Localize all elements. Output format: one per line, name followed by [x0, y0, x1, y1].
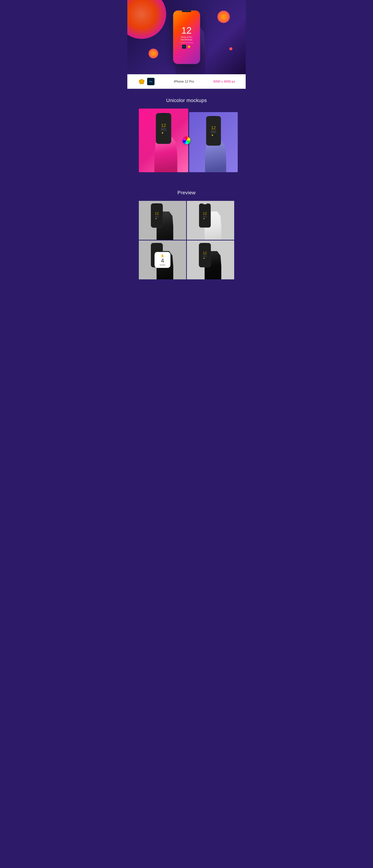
mockup-purple-subtitle: For Sketch & Photoshop [210, 133, 217, 133]
mockup-purple-sketch-icon [211, 134, 213, 136]
mockup-pink-phone: 12 iPhone 12 Pro Hand Mockups For Sketch… [156, 113, 171, 144]
mockup-pink-number: 12 [161, 123, 166, 128]
mockup-pink-icons: Ps [162, 132, 166, 134]
preview-section: Preview 12 iPhone 12 ProHand Mockups Ps [127, 181, 246, 288]
hero-section: 12 iPhone 12 Pro Hand Mockups For Sketch… [127, 0, 246, 74]
preview-cell4-number: 12 [203, 251, 207, 255]
preview-cell1-number: 12 [155, 212, 159, 215]
preview-phone-4-screen: 12 iPhone 12 ProHand Mockups Ps [199, 243, 211, 267]
preview-cell4-icons: Ps [203, 258, 206, 259]
hero-phone-subtitle: For Sketch & Photoshop [180, 42, 193, 43]
mockup-purple-title: iPhone 12 Pro Hand Mockups [211, 130, 216, 133]
specs-icons: Ps [138, 78, 155, 85]
preview-cell-2: 12 iPhone 12 ProHand Mockups Ps [187, 201, 234, 240]
specs-dimensions: 6000 x 4000 px [213, 80, 235, 84]
mockup-purple-screen: 12 iPhone 12 Pro Hand Mockups For Sketch… [206, 116, 221, 146]
preview-phone-2-screen: 12 iPhone 12 ProHand Mockups Ps [199, 204, 211, 227]
preview-phone-2: 12 iPhone 12 ProHand Mockups Ps [199, 203, 211, 228]
preview-title: Preview [127, 181, 246, 201]
preview-cell1-icons: Ps [155, 218, 159, 219]
preview-cell2-number: 12 [203, 212, 207, 215]
unicolor-section: Unicolor mockups 12 iPhone 12 Pro Hand M… [127, 89, 246, 181]
mockup-pink-sketch-icon [162, 132, 163, 134]
mockup-purple: 12 iPhone 12 Pro Hand Mockups For Sketch… [189, 112, 238, 172]
mini-notch-purple [211, 116, 216, 117]
mockup-pink-subtitle: For Sketch & Photoshop [160, 130, 167, 131]
preview-phone-4: 12 iPhone 12 ProHand Mockups Ps [199, 243, 211, 267]
phone-notch [182, 10, 191, 12]
unicolor-grid: 12 iPhone 12 Pro Hand Mockups For Sketch… [127, 108, 246, 172]
preview-cell4-text: iPhone 12 ProHand Mockups [203, 255, 207, 257]
preview-cell2-icons: Ps [203, 218, 206, 219]
mockup-purple-phone: 12 iPhone 12 Pro Hand Mockups For Sketch… [206, 116, 221, 146]
hero-sketch-icon [187, 45, 191, 49]
hero-phone-screen: 12 iPhone 12 Pro Hand Mockups For Sketch… [173, 10, 200, 64]
specs-product-name: iPhone 12 Pro [160, 80, 208, 84]
preview-cell2-text: iPhone 12 ProHand Mockups [203, 216, 207, 217]
hero-phone: 12 iPhone 12 Pro Hand Mockups For Sketch… [173, 10, 200, 64]
preview-cell-4: 12 iPhone 12 ProHand Mockups Ps [187, 241, 234, 279]
mini-notch [161, 113, 166, 114]
hands-badge: ✋ 4 Hands [155, 252, 170, 268]
svg-marker-5 [211, 134, 213, 136]
mockup-purple-ps-icon: Ps [214, 134, 215, 136]
svg-marker-7 [203, 218, 205, 219]
specs-bar: Ps iPhone 12 Pro 6000 x 4000 px [127, 74, 246, 89]
mockup-pink-screen: 12 iPhone 12 Pro Hand Mockups For Sketch… [156, 113, 171, 144]
preview-cell-1: 12 iPhone 12 ProHand Mockups Ps [139, 201, 186, 240]
hero-phone-number: 12 [181, 26, 192, 35]
hands-count: 4 [161, 258, 164, 264]
svg-marker-4 [162, 132, 163, 133]
hero-phone-icons-row: Ps [182, 45, 191, 49]
specs-sketch-icon [138, 78, 145, 85]
color-wheel [182, 136, 191, 144]
preview-grid: 12 iPhone 12 ProHand Mockups Ps 12 iPhon… [127, 201, 246, 279]
hero-ps-icon: Ps [182, 45, 186, 49]
hands-badge-icon: ✋ [161, 254, 164, 257]
svg-marker-6 [155, 218, 157, 219]
mockup-pink-title: iPhone 12 Pro Hand Mockups [161, 128, 166, 130]
unicolor-title: Unicolor mockups [127, 89, 246, 108]
specs-ps-icon: Ps [147, 78, 155, 85]
mockup-purple-icons: Ps [211, 134, 215, 136]
mockup-pink: 12 iPhone 12 Pro Hand Mockups For Sketch… [139, 108, 188, 172]
hero-phone-title: iPhone 12 Pro Hand Mockups [181, 36, 193, 41]
mockup-purple-number: 12 [211, 126, 216, 130]
svg-marker-9 [203, 258, 205, 259]
mockup-pink-ps-icon: Ps [164, 132, 166, 134]
preview-phone-1: 12 iPhone 12 ProHand Mockups Ps [151, 203, 163, 228]
preview-cell1-text: iPhone 12 ProHand Mockups [155, 216, 159, 217]
preview-phone-1-screen: 12 iPhone 12 ProHand Mockups Ps [151, 204, 163, 227]
preview-cell-3: 12 iPhone 12 ProHand Mockups Ps ✋ 4 Hand… [139, 241, 186, 279]
hands-label: Hands [160, 264, 165, 266]
